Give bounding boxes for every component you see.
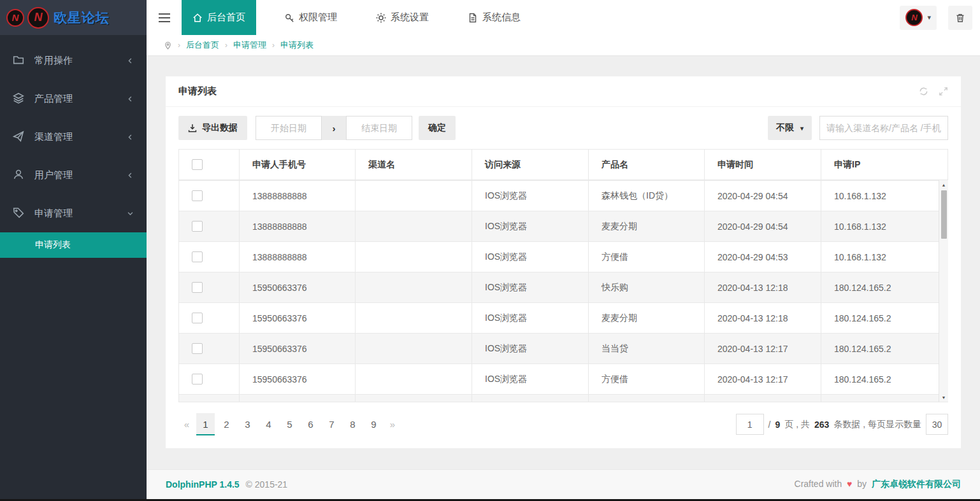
pagination-page-button[interactable]: 5 [280,413,299,435]
sidebar-toggle-button[interactable] [147,0,182,35]
cell-ip: 180.124.165.2 [821,364,948,395]
chevron-left-icon [127,170,134,181]
tab-system-info[interactable]: 系统信息 [457,0,531,35]
pagination-page-button[interactable]: 3 [238,413,257,435]
column-header-channel: 渠道名 [356,150,472,180]
user-icon [13,169,25,181]
row-checkbox-cell [179,303,240,334]
refresh-icon[interactable] [919,87,928,96]
toolbar-left: 导出数据 › 确定 [178,116,456,140]
cell-time: 2020-04-13 12:18 [705,303,821,334]
export-data-label: 导出数据 [202,122,238,134]
cell-time: 2020-04-13 12:17 [705,364,821,395]
pagination-page-button[interactable]: 2 [217,413,236,435]
cell-phone: 15950663376 [240,334,356,364]
breadcrumb-link-applications[interactable]: 申请管理 [233,39,266,51]
sidebar-item-channels[interactable]: 渠道管理 [0,118,147,156]
cell-time: 2020-04-13 12:18 [705,272,821,303]
pagination-prev-button[interactable]: « [178,419,195,430]
footer-brand-link[interactable]: DolphinPHP 1.4.5 [166,479,240,490]
sidebar-item-label: 用户管理 [34,169,73,181]
sidebar-menu: 常用操作 产品管理 渠道管理 [0,35,147,258]
pagination-page-button[interactable]: 1 [196,413,215,435]
row-checkbox[interactable] [192,251,203,262]
tab-system-settings[interactable]: 系统设置 [365,0,440,35]
table-row [179,395,948,403]
sidebar-item-products[interactable]: 产品管理 [0,80,147,118]
cell-source [472,395,589,403]
toolbar-right: 不限 ▾ [768,116,948,140]
vertical-scrollbar[interactable]: ▲ ▼ [939,180,948,402]
select-all-checkbox[interactable] [192,159,203,170]
row-checkbox[interactable] [192,190,203,201]
brand-logo[interactable]: N N 欧星论坛 [0,0,147,35]
brand-title: 欧星论坛 [54,9,110,27]
tab-label: 后台首页 [207,11,245,24]
sidebar-item-common-ops[interactable]: 常用操作 [0,41,147,80]
row-checkbox-cell [179,181,240,211]
cell-source: IOS浏览器 [472,334,589,364]
search-input[interactable] [819,116,948,140]
pagination-page-button[interactable]: 6 [301,413,320,435]
cell-phone: 15950663376 [240,364,356,395]
sidebar-item-users[interactable]: 用户管理 [0,156,147,194]
pagination-page-button[interactable]: 7 [322,413,341,435]
clear-cache-button[interactable] [948,6,972,30]
scroll-down-arrow-icon[interactable]: ▼ [939,393,948,402]
cell-ip: 180.124.165.2 [821,303,948,334]
page-size-input[interactable] [926,414,948,435]
scroll-up-arrow-icon[interactable]: ▲ [939,180,948,189]
breadcrumb-link-home[interactable]: 后台首页 [186,39,219,51]
pagination-next-button[interactable]: » [384,419,401,430]
start-date-input[interactable] [256,116,322,140]
table-row: 13888888888 IOS浏览器 森林钱包（ID贷） 2020-04-29 … [179,181,948,211]
cell-phone: 13888888888 [240,211,356,242]
table-row: 15950663376 IOS浏览器 方便借 2020-04-13 12:17 … [179,364,948,395]
tab-permissions[interactable]: 权限管理 [273,0,348,35]
fullscreen-icon[interactable] [939,87,948,96]
cell-channel [356,364,472,395]
row-checkbox[interactable] [192,374,203,385]
table-row: 15950663376 IOS浏览器 当当贷 2020-04-13 12:17 … [179,334,948,364]
cell-product [589,395,705,403]
cell-product: 当当贷 [589,334,705,364]
export-data-button[interactable]: 导出数据 [178,116,247,140]
user-menu-button[interactable]: N ▾ [900,6,937,30]
date-range-group: › [256,116,412,140]
panel-toolbar: 导出数据 › 确定 不限 ▾ [166,107,961,149]
table-header: 申请人手机号 渠道名 访问来源 产品名 申请时间 申请IP [178,149,948,180]
breadcrumb-link-application-list[interactable]: 申请列表 [280,39,313,51]
cell-source: IOS浏览器 [472,242,589,272]
cell-product: 方便借 [589,364,705,395]
table-row: 13888888888 IOS浏览器 麦麦分期 2020-04-29 04:54… [179,211,948,242]
sidebar-item-label: 产品管理 [34,93,73,105]
cell-phone: 15950663376 [240,303,356,334]
page-number-input[interactable] [736,414,764,435]
main-area: 后台首页 权限管理 系统设置 [147,0,980,499]
pagination-page-button[interactable]: 9 [364,413,383,435]
confirm-button[interactable]: 确定 [419,116,456,140]
tab-dashboard[interactable]: 后台首页 [182,0,256,35]
row-checkbox[interactable] [192,343,203,354]
column-header-ip: 申请IP [821,150,948,180]
pagination-page-button[interactable]: 8 [343,413,362,435]
breadcrumb-separator: › [272,41,275,50]
row-checkbox[interactable] [192,313,203,323]
filter-label: 不限 [776,122,794,134]
scrollbar-thumb[interactable] [941,190,947,239]
pagination-unit-records: 条数据 , 每页显示数量 [833,419,921,430]
cell-channel [356,272,472,303]
filter-dropdown-button[interactable]: 不限 ▾ [768,116,812,140]
footer-company-link[interactable]: 广东卓锐软件有限公司 [872,479,961,489]
date-range-separator: › [322,116,346,140]
row-checkbox[interactable] [192,282,203,293]
row-checkbox[interactable] [192,221,203,232]
pagination-page-button[interactable]: 4 [259,413,278,435]
end-date-input[interactable] [346,116,412,140]
sidebar-item-label: 申请管理 [34,208,73,220]
sidebar-item-applications[interactable]: 申请管理 [0,194,147,232]
pagination-pages: « 123456789 » [178,413,401,435]
cell-source: IOS浏览器 [472,303,589,334]
content-area: 申请列表 [147,56,980,469]
sidebar-subitem-application-list[interactable]: 申请列表 [0,232,147,258]
